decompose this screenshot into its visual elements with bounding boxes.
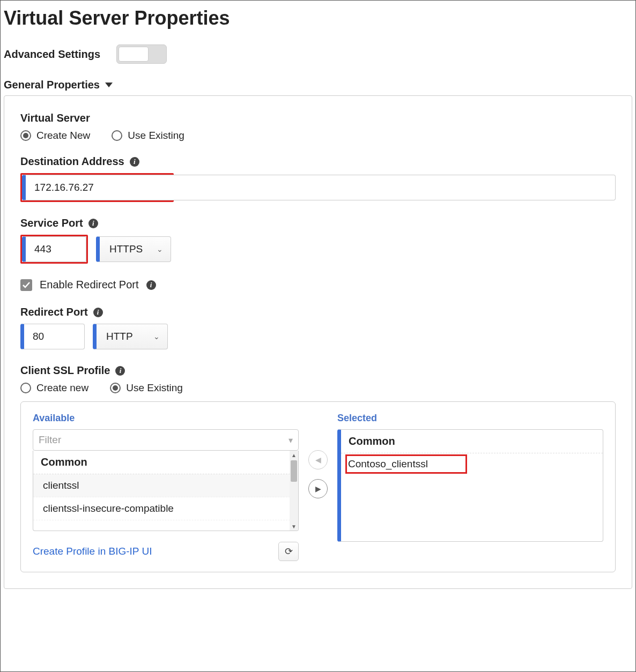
list-item[interactable]: clientssl-insecure-compatible <box>33 497 298 520</box>
info-icon[interactable]: i <box>88 219 98 228</box>
arrow-right-icon: ▶ <box>315 484 321 493</box>
general-properties-header[interactable]: General Properties <box>4 79 632 91</box>
vs-use-existing-radio[interactable]: Use Existing <box>112 130 184 141</box>
destination-address-input-ext[interactable] <box>172 175 616 200</box>
arrow-left-icon: ◀ <box>315 456 321 464</box>
advanced-settings-toggle[interactable] <box>116 44 167 64</box>
destination-address-highlight: 172.16.76.27 <box>20 173 174 202</box>
list-item[interactable]: Contoso_clientssl <box>348 458 428 469</box>
available-group-header: Common <box>33 451 298 474</box>
service-port-input[interactable]: 443 <box>22 236 86 262</box>
radio-icon <box>20 130 31 141</box>
chevron-down-icon: ⌄ <box>157 245 163 253</box>
virtual-server-label: Virtual Server <box>20 112 616 124</box>
selected-list[interactable]: Common Contoso_clientssl <box>337 429 603 542</box>
ssl-create-label: Create new <box>36 382 88 394</box>
info-icon[interactable]: i <box>93 308 103 317</box>
client-ssl-profile-label: Client SSL Profile <box>20 364 110 377</box>
enable-redirect-port-label: Enable Redirect Port <box>40 279 139 291</box>
radio-icon <box>112 130 122 141</box>
redirect-port-protocol-select[interactable]: HTTP ⌄ <box>93 324 168 349</box>
list-item[interactable]: clientssl <box>33 474 298 497</box>
refresh-icon: ⟳ <box>285 546 293 557</box>
vs-create-label: Create New <box>36 130 90 141</box>
filter-placeholder: Filter <box>39 434 61 446</box>
chevron-down-icon: ⌄ <box>153 332 160 341</box>
section-header-label: General Properties <box>4 79 100 91</box>
vs-existing-label: Use Existing <box>128 130 184 141</box>
service-port-highlight: 443 <box>20 235 88 264</box>
info-icon[interactable]: i <box>115 366 125 376</box>
destination-address-label: Destination Address <box>20 155 124 168</box>
available-title: Available <box>33 413 299 424</box>
advanced-settings-label: Advanced Settings <box>4 48 100 61</box>
ssl-profile-box: Available Filter ▾ Common clientssl clie… <box>20 401 616 572</box>
service-port-protocol-select[interactable]: HTTPS ⌄ <box>96 236 171 262</box>
radio-icon <box>110 383 121 393</box>
selected-group-header: Common <box>341 430 603 453</box>
page-title: Virtual Server Properties <box>4 7 632 29</box>
ssl-create-new-radio[interactable]: Create new <box>20 382 88 394</box>
destination-address-value: 172.16.76.27 <box>34 182 94 193</box>
vs-create-new-radio[interactable]: Create New <box>20 130 90 141</box>
filter-icon: ▾ <box>289 435 293 445</box>
destination-address-input-highlighted[interactable]: 172.16.76.27 <box>22 175 172 200</box>
info-icon[interactable]: i <box>130 157 139 167</box>
radio-icon <box>20 383 31 393</box>
move-right-button[interactable]: ▶ <box>308 479 328 498</box>
ssl-existing-label: Use Existing <box>126 382 183 394</box>
move-left-button[interactable]: ◀ <box>308 450 328 469</box>
scroll-thumb[interactable] <box>291 460 297 482</box>
service-port-label: Service Port <box>20 217 83 229</box>
redirect-port-label: Redirect Port <box>20 306 88 318</box>
info-icon[interactable]: i <box>146 280 156 290</box>
redirect-port-input[interactable]: 80 <box>20 324 85 349</box>
general-properties-panel: Virtual Server Create New Use Existing D… <box>4 95 632 589</box>
ssl-use-existing-radio[interactable]: Use Existing <box>110 382 183 394</box>
available-filter-input[interactable]: Filter ▾ <box>33 429 299 451</box>
check-icon <box>22 281 31 289</box>
selected-item-highlight: Contoso_clientssl <box>345 454 467 474</box>
service-port-value: 443 <box>34 243 51 255</box>
vs-label-text: Virtual Server <box>20 112 90 124</box>
create-profile-link[interactable]: Create Profile in BIG-IP UI <box>33 546 152 557</box>
redirect-port-value: 80 <box>33 331 44 342</box>
available-list[interactable]: Common clientssl clientssl-insecure-comp… <box>33 451 299 531</box>
refresh-button[interactable]: ⟳ <box>278 542 299 561</box>
chevron-down-icon <box>105 83 113 87</box>
enable-redirect-port-checkbox[interactable] <box>20 279 32 291</box>
service-port-protocol-value: HTTPS <box>109 243 143 255</box>
redirect-port-protocol-value: HTTP <box>106 331 133 342</box>
scroll-down-icon[interactable]: ▼ <box>290 522 298 531</box>
scroll-up-icon[interactable]: ▲ <box>290 451 298 459</box>
selected-title: Selected <box>337 413 603 424</box>
scrollbar[interactable]: ▲ ▼ <box>290 451 298 531</box>
